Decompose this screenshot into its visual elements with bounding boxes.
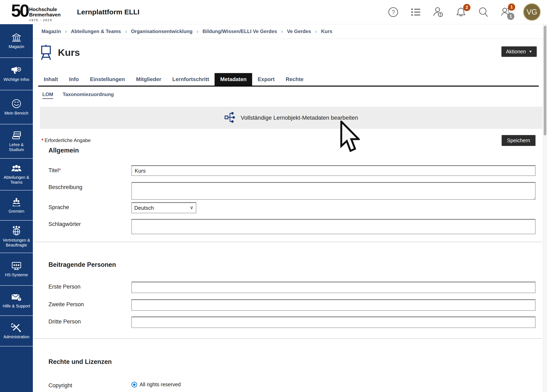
field-label-copyright: Copyright (48, 380, 131, 389)
sidebar-empty-area (0, 346, 33, 392)
field-label-dritte-person: Dritte Person (48, 317, 131, 328)
section-divider (34, 242, 542, 242)
breadcrumb-item[interactable]: Bildung/Wissen/ELLI Ve Gerdes (202, 28, 277, 34)
zweite-person-input[interactable] (131, 299, 535, 311)
breadcrumb-separator: › (65, 28, 67, 35)
sidebar-item-label: Lehre & Studium (1, 142, 32, 152)
breadcrumb-separator: › (125, 28, 127, 35)
tab-lernfortschritt[interactable]: Lernfortschritt (167, 73, 215, 86)
books-icon (11, 131, 22, 140)
notifications-badge: 2 (463, 4, 470, 11)
contacts-badge-new: 1 (508, 3, 515, 11)
tab-inhalt[interactable]: Inhalt (38, 73, 63, 86)
sidebar-item-vertretungen-beauftragte[interactable]: Vertretungen & Beauftragte (0, 221, 33, 253)
section-title-beitragende-personen: Beitragende Personen (48, 261, 543, 269)
main-sidebar: Magazin Wichtige Infos Me (0, 24, 33, 392)
tab-mitglieder[interactable]: Mitglieder (130, 73, 167, 86)
sidebar-item-label: Vertretungen & Beauftragte (1, 238, 32, 248)
sidebar-item-label: Gremien (9, 209, 24, 214)
beschreibung-textarea[interactable] (131, 182, 535, 200)
svg-text:?: ? (392, 9, 395, 15)
tab-rechte[interactable]: Rechte (280, 73, 309, 86)
sidebar-item-mein-bereich[interactable]: Mein Bereich (0, 90, 33, 124)
edit-full-metadata-label: Vollständige Lernobjekt-Metadaten bearbe… (241, 115, 358, 121)
tab-info[interactable]: Info (63, 73, 84, 86)
notifications-bell-icon[interactable]: 2 (455, 6, 467, 18)
contacts-icon[interactable]: 1 1 (500, 6, 512, 18)
caret-down-icon: ▼ (529, 50, 532, 53)
user-status-icon[interactable] (433, 6, 444, 18)
top-header: 50 Hochschule Bremerhaven 1975 - 2025 Le… (0, 0, 547, 24)
vertical-scrollbar[interactable] (543, 24, 547, 392)
course-easel-icon (39, 44, 53, 60)
sidebar-item-gremien[interactable]: Gremien (0, 190, 33, 221)
field-label-schlagwoerter: Schlagwörter (48, 219, 131, 234)
field-label-sprache: Sprache (48, 202, 131, 213)
subtab-taxonomiezuordnung[interactable]: Taxonomiezuordnung (63, 92, 114, 99)
breadcrumb-separator: › (197, 28, 198, 35)
help-icon[interactable]: ? (387, 6, 399, 18)
field-label-titel: Titel* (48, 165, 131, 176)
scrollbar-thumb[interactable] (544, 26, 546, 135)
required-hint: *Erforderliche Angabe (41, 135, 91, 143)
logo-line1: Hochschule (29, 7, 61, 12)
contacts-badge-total: 1 (507, 13, 514, 20)
tab-export[interactable]: Export (252, 73, 280, 86)
subtab-lom[interactable]: LOM (42, 92, 53, 99)
svg-text:?: ? (19, 297, 21, 301)
globe-people-icon (11, 226, 21, 236)
breadcrumb-item[interactable]: Ve Gerdes (287, 28, 311, 34)
app-title: Lernplattform ELLI (77, 8, 139, 16)
breadcrumb-separator: › (281, 28, 283, 35)
search-icon[interactable] (478, 6, 489, 18)
erste-person-input[interactable] (131, 282, 535, 293)
radio-checked-icon[interactable] (131, 382, 137, 387)
avatar[interactable]: VG (523, 3, 541, 21)
logo-line2: Bremerhaven (29, 12, 61, 17)
sidebar-item-hs-systeme[interactable]: HS-Systeme (0, 253, 33, 286)
sidebar-item-wichtige-infos[interactable]: Wichtige Infos (0, 58, 33, 90)
titel-input[interactable] (131, 165, 535, 176)
actions-button[interactable]: Aktionen ▼ (501, 46, 537, 57)
copyright-radio-option[interactable]: All rights reserved (131, 380, 535, 387)
tab-bar: Inhalt Info Einstellungen Mitglieder Ler… (38, 73, 539, 87)
field-label-beschreibung: Beschreibung (48, 182, 131, 201)
mail-question-icon: ? (11, 293, 22, 302)
sprache-select[interactable]: Deutsch (131, 202, 196, 213)
tab-metadaten[interactable]: Metadaten (215, 73, 252, 86)
bank-icon (11, 33, 21, 42)
breadcrumb-item[interactable]: Kurs (321, 28, 332, 34)
sidebar-item-magazin[interactable]: Magazin (0, 24, 33, 58)
sidebar-item-abteilungen-teams[interactable]: Abteilungen & Teams (0, 159, 33, 190)
save-button[interactable]: Speichern (502, 135, 535, 146)
page-title: Kurs (58, 47, 80, 58)
main-content: Magazin › Abteilungen & Teams › Organisa… (33, 24, 543, 392)
sidebar-item-label: Mein Bereich (5, 111, 28, 115)
logo-years: 1975 - 2025 (29, 18, 61, 22)
logo-50: 50 (11, 2, 28, 19)
sidebar-item-lehre-studium[interactable]: Lehre & Studium (0, 124, 33, 159)
megaphone-icon (11, 66, 22, 75)
sidebar-item-administration[interactable]: Administration (0, 316, 33, 346)
breadcrumb-item[interactable]: Magazin (41, 28, 61, 34)
sidebar-item-label: Abteilungen & Teams (1, 175, 32, 185)
section-title-rechte-lizenzen: Rechte und Lizenzen (48, 358, 543, 365)
breadcrumb: Magazin › Abteilungen & Teams › Organisa… (33, 24, 543, 39)
committee-icon (11, 197, 22, 207)
list-menu-icon[interactable] (410, 6, 422, 18)
required-asterisk: * (41, 137, 43, 143)
university-logo[interactable]: 50 Hochschule Bremerhaven 1975 - 2025 (11, 2, 61, 22)
metadata-tree-icon (224, 111, 236, 124)
dritte-person-input[interactable] (131, 317, 535, 328)
monitor-password-icon (11, 261, 22, 270)
schlagwoerter-input[interactable] (131, 219, 535, 234)
field-label-zweite-person: Zweite Person (48, 299, 131, 311)
breadcrumb-item[interactable]: Abteilungen & Teams (71, 28, 121, 34)
tab-einstellungen[interactable]: Einstellungen (84, 73, 130, 86)
sidebar-item-hilfe-support[interactable]: ? Hilfe & Support (0, 286, 33, 316)
edit-full-metadata-banner[interactable]: Vollständige Lernobjekt-Metadaten bearbe… (40, 107, 542, 129)
field-label-erste-person: Erste Person (48, 282, 131, 293)
sidebar-item-label: HS-Systeme (5, 272, 28, 277)
sidebar-item-label: Magazin (9, 44, 24, 49)
breadcrumb-item[interactable]: Organisationsentwicklung (131, 28, 193, 34)
